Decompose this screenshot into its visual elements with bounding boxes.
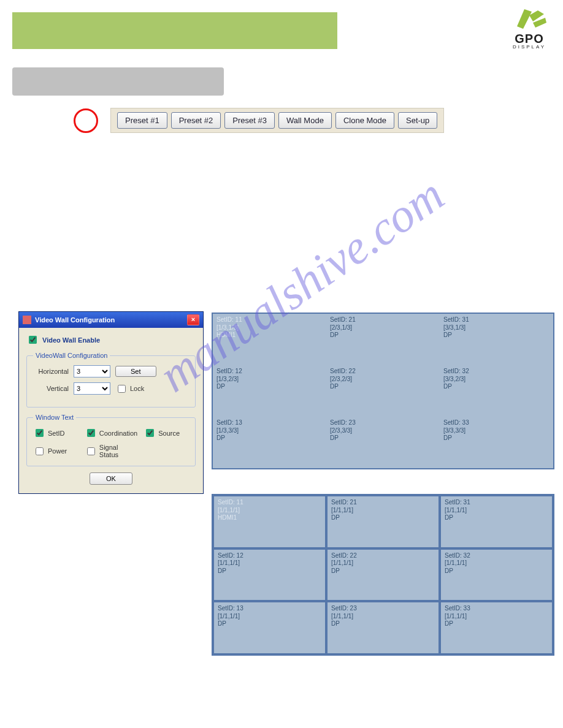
- cell-source: DP: [218, 620, 321, 628]
- wall-cell[interactable]: SetID: 31[1/1,1/1]DP: [440, 495, 553, 548]
- toolbar-row: Preset #1 Preset #2 Preset #3 Wall Mode …: [74, 108, 551, 133]
- cell-source: HDMI1: [216, 332, 323, 339]
- cell-coord: [1/3,1/3]: [216, 324, 323, 332]
- cell-coord: [1/3,2/3]: [216, 376, 323, 384]
- wall-cell[interactable]: SetID: 11[1/3,1/3]HDMI1: [213, 314, 326, 365]
- cell-source: DP: [443, 383, 550, 391]
- wall-cell[interactable]: SetID: 31[3/3,1/3]DP: [440, 314, 553, 365]
- enable-checkbox-input[interactable]: [29, 336, 37, 344]
- horizontal-label: Horizontal: [33, 368, 69, 375]
- coordination-checkbox-input[interactable]: [87, 429, 95, 437]
- cell-coord: [1/1,1/1]: [445, 507, 548, 515]
- cell-coord: [1/1,1/1]: [218, 613, 321, 621]
- cell-source: DP: [331, 567, 435, 575]
- power-checkbox-input[interactable]: [36, 447, 44, 455]
- source-checkbox[interactable]: Source: [144, 427, 189, 439]
- cell-setid: SetID: 12: [218, 552, 321, 560]
- window-text-legend: Window Text: [33, 414, 76, 421]
- wall-cell[interactable]: SetID: 12[1/3,2/3]DP: [213, 365, 326, 417]
- section-gray-bar: [12, 67, 224, 96]
- cell-source: DP: [330, 434, 436, 442]
- setup-button[interactable]: Set-up: [398, 112, 437, 129]
- cell-coord: [3/3,3/3]: [443, 427, 550, 435]
- cell-setid: SetID: 21: [330, 316, 436, 324]
- preset1-button[interactable]: Preset #1: [117, 112, 167, 129]
- cell-source: DP: [331, 620, 435, 628]
- videowall-config-legend: VideoWall Configuration: [33, 352, 110, 359]
- vertical-label: Vertical: [33, 385, 69, 392]
- wall-cell[interactable]: SetID: 21[1/1,1/1]DP: [326, 495, 440, 548]
- coordination-checkbox[interactable]: Coordination: [85, 427, 137, 439]
- source-checkbox-input[interactable]: [146, 429, 154, 437]
- wall-cell[interactable]: SetID: 11[1/1,1/1]HDMI1: [213, 495, 326, 548]
- preset-toolbar: Preset #1 Preset #2 Preset #3 Wall Mode …: [110, 108, 444, 133]
- window-icon: [23, 316, 31, 324]
- close-button[interactable]: ×: [187, 314, 199, 325]
- cell-source: DP: [330, 383, 436, 391]
- videowall-config-fieldset: VideoWall Configuration Horizontal 3 Set…: [26, 352, 196, 408]
- wall-cell[interactable]: SetID: 33[1/1,1/1]DP: [440, 601, 553, 654]
- signal-status-checkbox-input[interactable]: [87, 447, 95, 455]
- lock-checkbox[interactable]: Lock: [115, 383, 151, 395]
- cell-setid: SetID: 23: [331, 605, 435, 613]
- cell-source: HDMI1: [218, 514, 321, 522]
- power-checkbox[interactable]: Power: [33, 444, 79, 458]
- vertical-select[interactable]: 3: [74, 382, 110, 395]
- cell-setid: SetID: 21: [331, 499, 435, 507]
- cell-coord: [2/3,3/3]: [330, 427, 436, 435]
- cell-source: DP: [216, 383, 323, 391]
- cell-setid: SetID: 11: [218, 499, 321, 507]
- setid-checkbox[interactable]: SetID: [33, 427, 79, 439]
- wall-cell[interactable]: SetID: 12[1/1,1/1]DP: [213, 548, 326, 602]
- source-label: Source: [158, 430, 180, 437]
- wall-cell[interactable]: SetID: 13[1/3,3/3]DP: [213, 417, 326, 468]
- coordination-label: Coordination: [99, 430, 137, 437]
- cell-setid: SetID: 32: [445, 552, 548, 560]
- cell-coord: [1/1,1/1]: [331, 559, 435, 567]
- cell-setid: SetID: 22: [331, 552, 435, 560]
- cell-coord: [3/3,1/3]: [443, 324, 550, 332]
- highlight-circle-icon: [74, 108, 98, 133]
- window-text-fieldset: Window Text SetID Coordination Source Po…: [26, 414, 196, 466]
- preset3-button[interactable]: Preset #3: [224, 112, 275, 129]
- cell-setid: SetID: 33: [445, 605, 548, 613]
- wall-cell[interactable]: SetID: 21[2/3,1/3]DP: [326, 314, 440, 365]
- clonemode-button[interactable]: Clone Mode: [335, 112, 394, 129]
- cell-coord: [1/1,1/1]: [445, 559, 548, 567]
- cell-setid: SetID: 31: [445, 499, 548, 507]
- wall-cell[interactable]: SetID: 13[1/1,1/1]DP: [213, 601, 326, 654]
- wall-cell[interactable]: SetID: 32[1/1,1/1]DP: [440, 548, 553, 602]
- cell-source: DP: [445, 620, 548, 628]
- cell-source: DP: [445, 567, 548, 575]
- header-green-bar: [12, 12, 337, 49]
- cell-coord: [2/3,1/3]: [330, 324, 436, 332]
- preset2-button[interactable]: Preset #2: [171, 112, 221, 129]
- gpo-mark-icon: [511, 9, 548, 32]
- wall-cell[interactable]: SetID: 23[2/3,3/3]DP: [326, 417, 440, 468]
- setid-checkbox-input[interactable]: [36, 429, 44, 437]
- cell-coord: [1/3,3/3]: [216, 427, 323, 435]
- cell-coord: [1/1,1/1]: [218, 507, 321, 515]
- cell-coord: [1/1,1/1]: [218, 559, 321, 567]
- wall-cell[interactable]: SetID: 33[3/3,3/3]DP: [440, 417, 553, 468]
- lock-checkbox-input[interactable]: [118, 385, 126, 393]
- cell-coord: [1/1,1/1]: [445, 613, 548, 621]
- video-wall-enable-checkbox[interactable]: Video Wall Enable: [26, 334, 196, 346]
- wall-cell[interactable]: SetID: 22[1/1,1/1]DP: [326, 548, 440, 602]
- logo-text-main: GPO: [511, 32, 548, 45]
- ok-button[interactable]: OK: [90, 472, 132, 485]
- dialog-titlebar[interactable]: Video Wall Configuration ×: [19, 312, 203, 328]
- wall-cell[interactable]: SetID: 32[3/3,2/3]DP: [440, 365, 553, 417]
- wall-cell[interactable]: SetID: 22[2/3,2/3]DP: [326, 365, 440, 417]
- video-wall-config-dialog: Video Wall Configuration × Video Wall En…: [18, 311, 204, 494]
- cell-source: DP: [216, 434, 323, 442]
- cell-setid: SetID: 13: [218, 605, 321, 613]
- lock-label: Lock: [130, 385, 144, 392]
- brand-logo: GPO DISPLAY: [511, 9, 548, 50]
- set-button[interactable]: Set: [115, 366, 156, 377]
- cell-coord: [3/3,2/3]: [443, 376, 550, 384]
- horizontal-select[interactable]: 3: [74, 365, 110, 377]
- signal-status-checkbox[interactable]: Signal Status: [85, 444, 137, 458]
- wallmode-button[interactable]: Wall Mode: [278, 112, 332, 129]
- wall-cell[interactable]: SetID: 23[1/1,1/1]DP: [326, 601, 440, 654]
